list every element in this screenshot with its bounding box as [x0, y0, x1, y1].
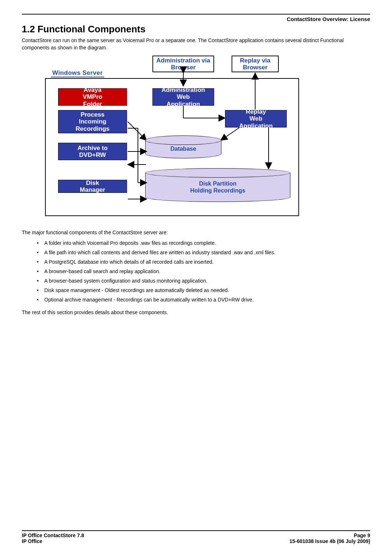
- footer-right-1: Page 9: [354, 532, 370, 538]
- process-recordings-label: ProcessIncomingRecordings: [75, 111, 110, 133]
- replay-app-label: ReplayWebApplication: [239, 108, 273, 130]
- list-item: A browser-based system configuration and…: [43, 278, 370, 284]
- disk-manager-label: DiskManager: [80, 179, 105, 194]
- disk-partition-label-2: Holding Recordings: [190, 187, 245, 194]
- tail-paragraph: The rest of this section provides detail…: [22, 309, 370, 316]
- disk-partition-label-1: Disk Partition: [199, 181, 236, 187]
- intro-paragraph: ContactStore can run on the same server …: [22, 37, 370, 51]
- database-label: Database: [170, 146, 196, 152]
- disk-manager-box: DiskManager: [58, 180, 127, 193]
- footer-left-1: IP Office ContactStore 7.8: [22, 532, 84, 538]
- list-item: A PostgreSQL database into which details…: [43, 259, 370, 265]
- archive-label: Archive toDVD+RW: [77, 145, 107, 159]
- footer-left-2: IP Office: [22, 538, 42, 544]
- list-item: Disk space management - Oldest recording…: [43, 287, 370, 293]
- avaya-folder-label: AvayaVMProFolder: [83, 86, 102, 108]
- admin-app-box: AdministrationWebApplication: [152, 88, 214, 106]
- admin-browser-box: Administration via Browser: [152, 56, 214, 72]
- replay-app-box: ReplayWebApplication: [225, 110, 287, 127]
- list-item: Optional archive management - Recordings…: [43, 297, 370, 303]
- components-list: A folder into which Voicemail Pro deposi…: [43, 240, 370, 303]
- process-recordings-box: ProcessIncomingRecordings: [58, 110, 127, 133]
- list-item: A browser-based call search and replay a…: [43, 268, 370, 274]
- avaya-folder-box: AvayaVMProFolder: [58, 88, 127, 106]
- page-footer: IP Office ContactStore 7.8 Page 9 IP Off…: [22, 530, 370, 544]
- footer-right-2: 15-601038 Issue 4b (06 July 2009): [289, 538, 370, 544]
- list-item: A folder into which Voicemail Pro deposi…: [43, 240, 370, 246]
- server-label: Windows Server: [51, 69, 104, 77]
- list-item: A file path into which call contents and…: [43, 250, 370, 255]
- admin-app-label: AdministrationWebApplication: [162, 86, 205, 108]
- architecture-diagram: Administration via Browser Replay via Br…: [44, 56, 305, 223]
- components-lead: The major functional components of the C…: [22, 229, 370, 236]
- archive-box: Archive toDVD+RW: [58, 143, 127, 160]
- admin-browser-label: Administration via Browser: [153, 57, 213, 71]
- section-heading: 1.2 Functional Components: [22, 24, 370, 35]
- replay-browser-label: Replay via Browser: [232, 57, 278, 71]
- breadcrumb: ContactStore Overview: License: [22, 16, 370, 22]
- replay-browser-box: Replay via Browser: [232, 56, 279, 72]
